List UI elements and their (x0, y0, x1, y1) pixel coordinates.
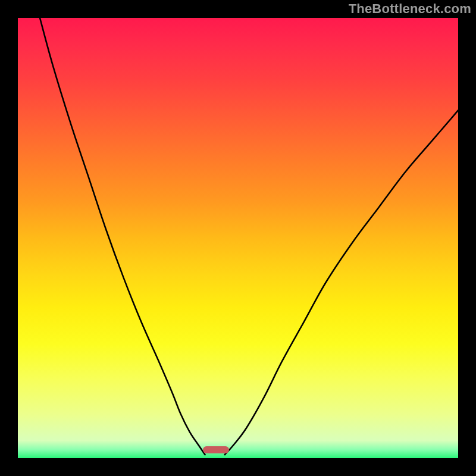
chart-frame: TheBottleneck.com (0, 0, 476, 476)
curve-layer (18, 18, 458, 458)
bottleneck-marker (203, 446, 229, 453)
right-curve (225, 110, 458, 455)
plot-area (18, 18, 458, 458)
left-curve (40, 18, 205, 455)
watermark-text: TheBottleneck.com (349, 1, 471, 17)
